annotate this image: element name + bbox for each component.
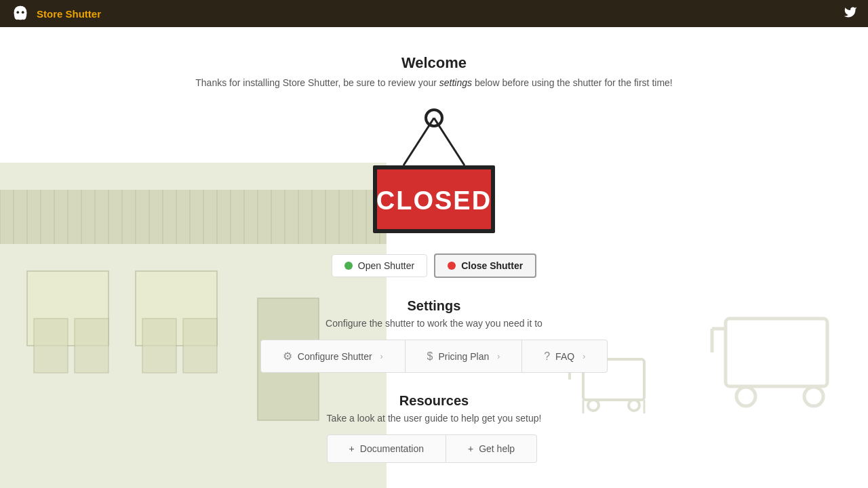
svg-text:CLOSED: CLOSED xyxy=(376,186,492,215)
close-shutter-label: Close Shutter xyxy=(461,260,523,271)
shutter-toggle: Open Shutter Close Shutter xyxy=(332,253,536,278)
gear-icon: ⚙ xyxy=(283,350,292,363)
closed-sign-svg: CLOSED xyxy=(359,104,509,240)
main-content: Welcome Thanks for installing Store Shut… xyxy=(0,27,868,488)
chevron-icon: › xyxy=(380,352,383,361)
header-left: Store Shutter xyxy=(11,4,101,23)
configure-shutter-label: Configure Shutter xyxy=(298,351,372,362)
twitter-icon[interactable] xyxy=(844,5,857,22)
open-shutter-label: Open Shutter xyxy=(358,260,414,271)
close-dot xyxy=(448,262,456,270)
app-logo xyxy=(11,4,30,23)
resources-title: Resources xyxy=(327,393,542,409)
chevron-icon-2: › xyxy=(497,352,500,361)
welcome-title: Welcome xyxy=(401,54,467,72)
chevron-icon-3: › xyxy=(583,352,585,361)
settings-buttons: ⚙ Configure Shutter › $ Pricing Plan › ?… xyxy=(260,340,608,373)
get-help-label: Get help xyxy=(479,443,515,454)
faq-button[interactable]: ? FAQ › xyxy=(522,340,608,373)
pricing-plan-button[interactable]: $ Pricing Plan › xyxy=(406,340,523,373)
resources-buttons: + Documentation + Get help xyxy=(327,434,542,463)
header-title: Store Shutter xyxy=(37,8,101,20)
settings-title: Settings xyxy=(260,298,608,314)
documentation-label: Documentation xyxy=(360,443,424,454)
welcome-subtitle: Thanks for installing Store Shutter, be … xyxy=(195,77,672,88)
resources-section: Resources Take a look at the user guide … xyxy=(327,393,542,463)
pricing-plan-label: Pricing Plan xyxy=(439,351,490,362)
open-dot xyxy=(344,262,353,270)
documentation-button[interactable]: + Documentation xyxy=(327,434,446,463)
settings-subtitle: Configure the shutter to work the way yo… xyxy=(260,318,608,329)
dollar-icon: $ xyxy=(427,350,433,363)
configure-shutter-button[interactable]: ⚙ Configure Shutter › xyxy=(260,340,406,373)
resources-subtitle: Take a look at the user guide to help ge… xyxy=(327,413,542,424)
app-header: Store Shutter xyxy=(0,0,868,27)
svg-point-2 xyxy=(22,11,24,14)
plus-icon-doc: + xyxy=(349,443,355,454)
faq-label: FAQ xyxy=(555,351,574,362)
settings-section: Settings Configure the shutter to work t… xyxy=(260,298,608,373)
get-help-button[interactable]: + Get help xyxy=(446,434,537,463)
question-icon: ? xyxy=(544,350,550,363)
close-shutter-button[interactable]: Close Shutter xyxy=(434,253,536,278)
svg-point-1 xyxy=(16,11,19,14)
plus-icon-help: + xyxy=(468,443,473,454)
open-shutter-button[interactable]: Open Shutter xyxy=(332,254,427,277)
closed-sign: CLOSED xyxy=(359,104,509,240)
